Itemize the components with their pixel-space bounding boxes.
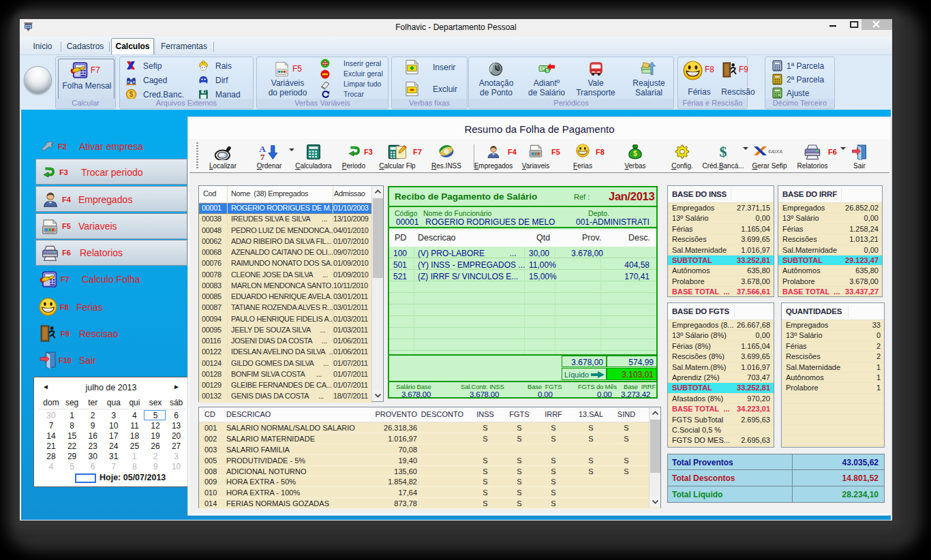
svg-text:¢AIXA: ¢AIXA bbox=[768, 149, 782, 155]
